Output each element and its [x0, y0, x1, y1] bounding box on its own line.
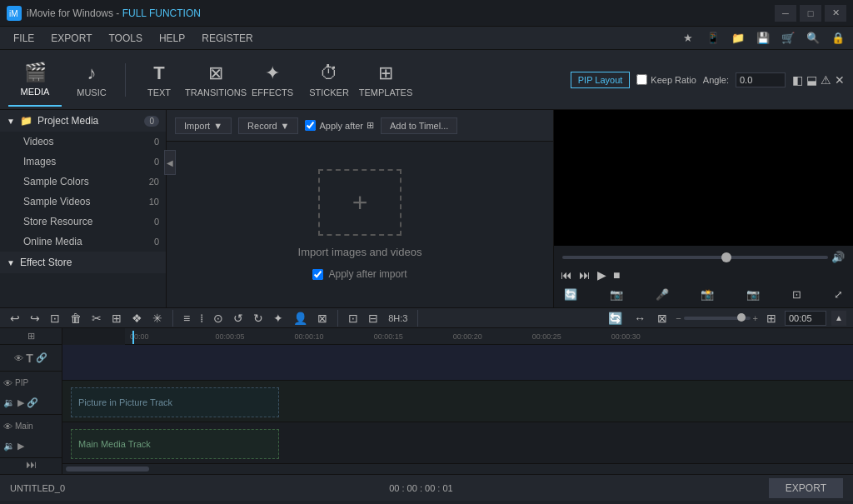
- delete-button[interactable]: 🗑: [67, 310, 85, 327]
- sidebar-item-videos[interactable]: Videos 0: [0, 132, 166, 152]
- play-button[interactable]: ▶: [597, 268, 606, 282]
- duration-up-button[interactable]: ▲: [831, 311, 846, 326]
- menu-export[interactable]: EXPORT: [42, 29, 100, 47]
- close-button[interactable]: ✕: [825, 5, 846, 22]
- split-button[interactable]: ✂: [88, 310, 105, 327]
- pip-play-icon[interactable]: ▶: [17, 397, 24, 408]
- effect-store-header[interactable]: ▼ Effect Store: [0, 252, 166, 273]
- reflect-h-icon[interactable]: ◧: [792, 73, 803, 87]
- pip-layout-button[interactable]: PIP Layout: [571, 72, 631, 88]
- apply-after-import-checkbox[interactable]: [312, 269, 323, 280]
- mask-button[interactable]: ⊠: [314, 310, 331, 327]
- crop-button[interactable]: ⊡: [345, 310, 362, 327]
- add-to-timeline-button[interactable]: Add to Timel...: [381, 117, 457, 134]
- sidebar-item-images[interactable]: Images 0: [0, 152, 166, 172]
- flip-button[interactable]: ⊟: [365, 310, 382, 327]
- zoom-in-icon[interactable]: +: [753, 313, 758, 323]
- rotate-left-button[interactable]: ↺: [230, 310, 247, 327]
- record-button[interactable]: Record ▼: [238, 117, 298, 134]
- keep-ratio-checkbox[interactable]: [636, 74, 647, 85]
- menu-file[interactable]: FILE: [5, 29, 42, 47]
- menu-tools[interactable]: TOOLS: [100, 29, 150, 47]
- sidebar-item-sample-videos[interactable]: Sample Videos 10: [0, 192, 166, 212]
- apply-after-checkbox[interactable]: [305, 120, 316, 131]
- align-button[interactable]: ≡: [180, 310, 193, 327]
- duration-input[interactable]: [785, 311, 826, 326]
- skip-to-start-button[interactable]: ⏮: [561, 268, 572, 282]
- lock-icon[interactable]: 🔒: [828, 28, 848, 48]
- zoom-slider[interactable]: [684, 317, 751, 320]
- search-icon[interactable]: 🔍: [803, 28, 823, 48]
- angle-input[interactable]: [736, 72, 786, 87]
- step-back-button[interactable]: ⏭: [579, 268, 591, 282]
- menu-register[interactable]: REGISTER: [193, 29, 261, 47]
- text-track-text-icon[interactable]: T: [26, 352, 33, 365]
- media-tool-button[interactable]: 🎬 MEDIA: [8, 53, 62, 107]
- pip-eye-icon[interactable]: 👁: [3, 378, 12, 388]
- effects-tool-button[interactable]: ✦ EFFECTS: [246, 53, 299, 107]
- sidebar-item-online-media[interactable]: Online Media 0: [0, 232, 166, 252]
- preview-mode-button[interactable]: ⊞: [763, 310, 780, 327]
- mic-icon[interactable]: 🎤: [652, 287, 672, 302]
- import-button[interactable]: Import ▼: [175, 117, 232, 134]
- sidebar-collapse-handle[interactable]: ◀: [164, 150, 167, 175]
- main-track-block[interactable]: Main Media Track: [71, 429, 279, 459]
- close-toolbar-icon[interactable]: ✕: [835, 73, 845, 87]
- text-tool-button[interactable]: T TEXT: [132, 53, 186, 107]
- cart-icon[interactable]: 🛒: [778, 28, 798, 48]
- detach-button[interactable]: ❖: [128, 310, 146, 327]
- text-track-link-icon[interactable]: 🔗: [36, 352, 47, 363]
- clip-button[interactable]: ⁞: [197, 310, 207, 327]
- volume-icon[interactable]: 🔊: [831, 251, 845, 263]
- duplicate-button[interactable]: ⊡: [47, 310, 63, 327]
- timeline-scrollbar[interactable]: [62, 464, 853, 474]
- folder-icon[interactable]: 📁: [728, 28, 748, 48]
- import-plus-button[interactable]: +: [318, 169, 402, 236]
- project-media-header[interactable]: ▼ 📁 Project Media 0: [0, 110, 166, 132]
- minimize-button[interactable]: ─: [775, 5, 796, 22]
- skip-end-icon[interactable]: ⏭: [26, 458, 37, 471]
- save-icon[interactable]: 💾: [753, 28, 773, 48]
- camera-rotate-icon[interactable]: 🔄: [561, 287, 581, 302]
- camera2-icon[interactable]: 📷: [743, 287, 763, 302]
- sync-button[interactable]: 🔄: [605, 310, 626, 327]
- menu-help[interactable]: HELP: [151, 29, 193, 47]
- zoom-out-icon[interactable]: −: [676, 313, 681, 323]
- trim-button[interactable]: ⊠: [654, 310, 671, 327]
- templates-tool-button[interactable]: ⊞ TEMPLATES: [359, 53, 412, 107]
- sticker-tool-button[interactable]: ⏱ STICKER: [302, 53, 356, 107]
- sidebar-item-store-resource[interactable]: Store Resource 0: [0, 212, 166, 232]
- camera-icon[interactable]: 📷: [606, 287, 626, 302]
- main-eye-icon[interactable]: 👁: [3, 422, 12, 432]
- main-play-icon[interactable]: ▶: [17, 441, 24, 452]
- reflect-v-icon[interactable]: ⬓: [806, 73, 817, 87]
- color-button[interactable]: ✦: [270, 310, 287, 327]
- person-button[interactable]: 👤: [290, 310, 311, 327]
- fullscreen-icon[interactable]: ⤢: [831, 287, 846, 302]
- freeze-button[interactable]: ✳: [149, 310, 166, 327]
- maximize-button[interactable]: □: [800, 5, 821, 22]
- main-vol-icon[interactable]: 🔉: [3, 441, 15, 452]
- pip-track-block[interactable]: Picture in Picture Track: [71, 387, 279, 417]
- scrollbar-thumb[interactable]: [66, 467, 149, 472]
- pip-vol-icon[interactable]: 🔉: [3, 397, 15, 408]
- music-tool-button[interactable]: ♪ MUSIC: [65, 53, 118, 107]
- phone-icon[interactable]: 📱: [703, 28, 723, 48]
- text-track-eye-icon[interactable]: 👁: [14, 353, 23, 363]
- undo-button[interactable]: ↩: [7, 310, 23, 327]
- aspect-ratio-icon[interactable]: ⊡: [789, 287, 805, 302]
- group-button[interactable]: ⊞: [108, 310, 125, 327]
- screenshot-icon[interactable]: 📸: [697, 287, 717, 302]
- transitions-tool-button[interactable]: ⊠ TRANSITIONS: [189, 53, 242, 107]
- seek-bar[interactable]: [562, 256, 828, 259]
- pip-link-icon[interactable]: 🔗: [27, 397, 38, 408]
- fit-button[interactable]: ↔: [631, 310, 649, 327]
- rotate-right-button[interactable]: ↻: [250, 310, 267, 327]
- stop-button[interactable]: ■: [613, 268, 620, 282]
- timer-button[interactable]: ⊙: [210, 310, 227, 327]
- export-button[interactable]: EXPORT: [769, 478, 843, 498]
- add-track-button[interactable]: ⊞: [0, 328, 62, 345]
- star-icon[interactable]: ★: [678, 28, 698, 48]
- redo-button[interactable]: ↪: [27, 310, 43, 327]
- sidebar-item-sample-colors[interactable]: Sample Colors 20: [0, 172, 166, 192]
